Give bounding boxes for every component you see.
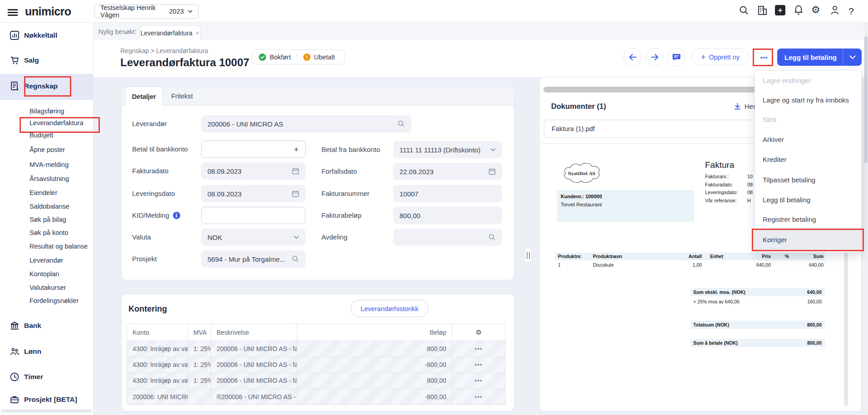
column-header-beskrivelse[interactable]: Beskrivelse [211, 324, 297, 341]
sidebar-subitem-leverandor[interactable]: Leverandør [30, 257, 63, 264]
sidebar-subitem-bilagsforing[interactable]: Bilagsføring [30, 107, 64, 115]
sidebar-subitem-kontoplan[interactable]: Kontoplan [30, 270, 59, 278]
row-actions-button[interactable]: ••• [452, 389, 505, 405]
kontering-row-1[interactable]: 4300: Innkjøp av vare... 1: 25% 200006 -… [127, 341, 505, 357]
sidebar-item-lonn[interactable]: Lønn [0, 347, 93, 357]
company-selector[interactable]: Testselskap Henrik Vågen 2023 [94, 4, 198, 19]
page-vertical-scrollbar[interactable] [864, 23, 868, 415]
sidebar-item-prosjekt[interactable]: Prosjekt [BETA] [0, 395, 93, 405]
menu-item-registrer-betaling[interactable]: Registrer betaling [755, 210, 861, 229]
previous-button[interactable] [623, 48, 641, 66]
search-icon[interactable] [398, 120, 405, 127]
tabstrip-background [94, 23, 868, 40]
sidebar-item-nokkeltall[interactable]: Nøkkeltall [0, 30, 93, 41]
fakturadato-field[interactable]: 08.09.2023 [201, 162, 306, 180]
notifications-bell-icon[interactable] [793, 5, 804, 18]
sidebar-subitem-budsjett[interactable]: Budsjett [30, 132, 53, 139]
calendar-icon[interactable] [292, 167, 299, 175]
sidebar-subitem-arsavslutning[interactable]: Årsavslutning [30, 175, 69, 182]
company-year: 2023 [169, 8, 184, 15]
betal-fra-bankkonto-field[interactable]: 1111 11 11113 (Driftskonto) [393, 141, 502, 158]
profile-icon[interactable] [829, 5, 840, 18]
tab-close-icon[interactable]: × [196, 29, 200, 37]
row-actions-button[interactable]: ••• [452, 357, 505, 372]
menu-item-krediter[interactable]: Krediter [755, 150, 861, 170]
comments-button[interactable] [667, 48, 686, 66]
avdeling-field[interactable] [393, 229, 502, 246]
column-settings[interactable]: ⚙ [452, 324, 505, 341]
sidebar-subitem-mva-melding[interactable]: MVA-melding [30, 161, 69, 168]
ellipsis-icon[interactable]: ••• [475, 377, 483, 384]
sidebar-item-salg[interactable]: Salg [0, 55, 93, 66]
create-new-label: Opprett ny [709, 54, 740, 61]
sidebar-subitem-apne-poster[interactable]: Åpne poster [30, 146, 65, 153]
gear-icon[interactable]: ⚙ [476, 328, 482, 337]
menu-item-tilpasset-betaling[interactable]: Tilpasset betaling [755, 170, 861, 190]
search-icon[interactable] [739, 5, 750, 18]
row-actions-button[interactable]: ••• [452, 341, 505, 356]
fakturabelop-field[interactable]: 800,00 [393, 207, 502, 224]
primary-button-dropdown[interactable] [843, 55, 862, 59]
scrollbar-thumb[interactable] [864, 36, 868, 163]
ellipsis-icon[interactable]: ••• [475, 361, 483, 368]
ellipsis-icon[interactable]: ••• [475, 394, 483, 400]
menu-item-lagre-og-start-ny[interactable]: Lagre og start ny fra innboks [755, 90, 861, 110]
leveringsdato-field[interactable]: 08.09.2023 [201, 185, 306, 202]
kid-label-text: KID/Melding [132, 211, 169, 220]
hamburger-menu-icon[interactable] [8, 9, 18, 15]
kontering-row-4[interactable]: 200006: UNI MICRO AS ®200006 - UNI MICRO… [127, 389, 505, 405]
more-actions-button[interactable]: ••• [755, 48, 773, 66]
sidebar-subitem-sok-pa-bilag[interactable]: Søk på bilag [30, 216, 66, 223]
menu-item-korriger[interactable]: Korriger [755, 230, 861, 250]
panel-splitter-handle[interactable] [524, 248, 532, 263]
companies-icon[interactable] [757, 5, 768, 18]
tab-detaljer[interactable]: Detaljer [125, 87, 163, 106]
info-icon[interactable]: i [173, 212, 180, 219]
tab-fritekst[interactable]: Fritekst [166, 87, 198, 106]
leverandorhistorikk-button[interactable]: Leverandørhistorikk [350, 300, 429, 317]
add-account-icon[interactable]: + [294, 145, 299, 154]
sidebar-subitem-valutakurser[interactable]: Valutakurser [30, 284, 66, 291]
sidebar-subitem-leverandorfaktura[interactable]: Leverandørfaktura [30, 119, 83, 127]
valuta-field[interactable]: NOK [201, 229, 306, 246]
fakturanummer-field[interactable]: 10007 [393, 185, 502, 202]
col-pris: Pris [746, 254, 771, 259]
betal-til-bankkonto-field[interactable]: + [201, 141, 306, 158]
sidebar-subitem-saldobalanse[interactable]: Saldobalanse [30, 203, 69, 210]
menu-item-arkiver[interactable]: Arkiver [755, 130, 861, 150]
help-icon[interactable]: ? [848, 6, 854, 17]
breadcrumb[interactable]: Regnskap > Leverandørfaktura [120, 47, 208, 54]
column-header-mva[interactable]: MVA [187, 324, 211, 341]
calendar-icon[interactable] [488, 168, 496, 175]
column-header-konto[interactable]: Konto [127, 324, 187, 341]
ellipsis-icon[interactable]: ••• [475, 346, 483, 352]
prosjekt-field[interactable]: 5694 - Mur på Torgalme... [201, 250, 306, 268]
forfallsdato-field[interactable]: 22.09.2023 [393, 163, 502, 180]
kontering-row-2[interactable]: 4300: Innkjøp av vare... 1: 25% 200006 -… [127, 357, 505, 373]
page-title: Leverandørfaktura 10007 [120, 56, 249, 69]
column-header-belop[interactable]: Beløp [297, 324, 452, 341]
search-icon[interactable] [292, 255, 299, 263]
sidebar-item-timer[interactable]: Timer [0, 372, 93, 383]
sidebar-subitem-resultat-og-balanse[interactable]: Resultat og balanse [30, 243, 88, 250]
sidebar-subitem-fordelingsnokler[interactable]: Fordelingsnøkler [30, 297, 79, 304]
sidebar-subitem-eiendeler[interactable]: Eiendeler [30, 189, 57, 196]
kid-melding-field[interactable] [201, 207, 306, 224]
add-icon[interactable]: + [775, 5, 785, 15]
primary-button-label[interactable]: Legg til betaling [777, 54, 843, 61]
leverandor-field[interactable]: 200006 - UNI MICRO AS [201, 115, 411, 132]
sidebar-subitem-sok-pa-konto[interactable]: Søk på konto [30, 229, 68, 236]
settings-gear-icon[interactable]: ⚙ [811, 4, 820, 15]
menu-item-legg-til-betaling[interactable]: Legg til betaling [755, 190, 861, 210]
kontering-row-3[interactable]: 4300: Innkjøp av vare... 1: 25% 200006 -… [127, 373, 505, 389]
search-icon[interactable] [488, 234, 496, 241]
create-new-button[interactable]: + Opprett ny [691, 49, 749, 65]
calendar-icon[interactable] [292, 190, 299, 197]
primary-split-button[interactable]: Legg til betaling [777, 49, 862, 66]
sidebar-item-bank[interactable]: Bank [0, 321, 93, 332]
sidebar-horizontal-scrollbar[interactable] [1, 410, 92, 412]
next-button[interactable] [646, 48, 664, 66]
tab-leverandorfaktura[interactable]: Leverandørfaktura × [139, 25, 201, 40]
row-actions-button[interactable]: ••• [452, 373, 505, 388]
sidebar-item-regnskap[interactable]: Regnskap [0, 81, 93, 92]
